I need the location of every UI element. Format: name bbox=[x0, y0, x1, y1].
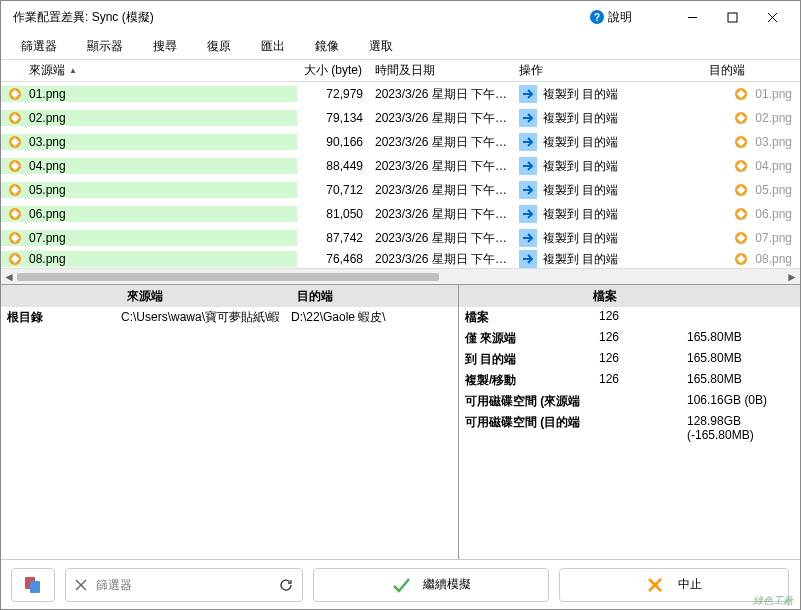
table-row[interactable]: 08.png76,4682023/3/26 星期日 下午複製到 目的端08.pn… bbox=[1, 250, 800, 268]
file-icon bbox=[733, 182, 749, 198]
stat-row: 檔案126 bbox=[459, 307, 800, 328]
table-row[interactable]: 04.png88,4492023/3/26 星期日 下午複製到 目的端04.pn… bbox=[1, 154, 800, 178]
cell-op: 複製到 目的端 bbox=[513, 205, 703, 223]
filter-box[interactable] bbox=[65, 568, 303, 602]
target-filename: 08.png bbox=[755, 252, 792, 266]
filename: 05.png bbox=[29, 183, 66, 197]
stat-row: 到 目的端126165.80MB bbox=[459, 349, 800, 370]
titlebar: 作業配置差異: Sync (模擬) ? 說明 bbox=[1, 1, 800, 33]
stat-key: 可用磁碟空間 (目的端 bbox=[465, 414, 599, 442]
maximize-button[interactable] bbox=[712, 3, 752, 31]
filename: 04.png bbox=[29, 159, 66, 173]
menu-filter[interactable]: 篩選器 bbox=[21, 38, 57, 55]
scroll-left-icon[interactable]: ◄ bbox=[1, 269, 17, 285]
filter-input[interactable] bbox=[96, 578, 270, 592]
cell-op: 複製到 目的端 bbox=[513, 157, 703, 175]
target-filename: 04.png bbox=[755, 159, 792, 173]
table-row[interactable]: 01.png72,9792023/3/26 星期日 下午複製到 目的端01.pn… bbox=[1, 82, 800, 106]
stat-val1: 126 bbox=[599, 372, 687, 389]
target-filename: 06.png bbox=[755, 207, 792, 221]
op-label: 複製到 目的端 bbox=[543, 251, 618, 268]
target-filename: 02.png bbox=[755, 111, 792, 125]
menu-undo[interactable]: 復原 bbox=[207, 38, 231, 55]
table-row[interactable]: 05.png70,7122023/3/26 星期日 下午複製到 目的端05.pn… bbox=[1, 178, 800, 202]
copy-button[interactable] bbox=[11, 568, 55, 602]
cell-target: 03.png bbox=[703, 134, 800, 150]
arrow-right-icon[interactable] bbox=[519, 229, 537, 247]
col-op[interactable]: 操作 bbox=[513, 62, 703, 79]
file-icon bbox=[733, 86, 749, 102]
stat-val2: 165.80MB bbox=[687, 330, 800, 347]
clear-icon[interactable] bbox=[74, 578, 88, 592]
file-table: 來源端▲ 大小 (byte) 時間及日期 操作 目的端 01.png72,979… bbox=[1, 59, 800, 284]
menu-display[interactable]: 顯示器 bbox=[87, 38, 123, 55]
cell-target: 07.png bbox=[703, 230, 800, 246]
cell-op: 複製到 目的端 bbox=[513, 109, 703, 127]
stop-label: 中止 bbox=[678, 576, 702, 593]
stat-val2 bbox=[687, 309, 800, 326]
arrow-right-icon[interactable] bbox=[519, 133, 537, 151]
col-date[interactable]: 時間及日期 bbox=[369, 62, 513, 79]
menu-select[interactable]: 選取 bbox=[369, 38, 393, 55]
stat-row: 僅 來源端126165.80MB bbox=[459, 328, 800, 349]
root-label: 根目錄 bbox=[7, 309, 121, 326]
stat-body: 檔案126僅 來源端126165.80MB到 目的端126165.80MB複製/… bbox=[459, 307, 800, 444]
col-size[interactable]: 大小 (byte) bbox=[297, 62, 369, 79]
table-row[interactable]: 07.png87,7422023/3/26 星期日 下午複製到 目的端07.pn… bbox=[1, 226, 800, 250]
menu-mirror[interactable]: 鏡像 bbox=[315, 38, 339, 55]
stat-val2: 165.80MB bbox=[687, 372, 800, 389]
filename: 01.png bbox=[29, 87, 66, 101]
minimize-button[interactable] bbox=[672, 3, 712, 31]
table-row[interactable]: 06.png81,0502023/3/26 星期日 下午複製到 目的端06.pn… bbox=[1, 202, 800, 226]
cell-size: 76,468 bbox=[297, 252, 369, 266]
stat-val1: 126 bbox=[599, 309, 687, 326]
arrow-right-icon[interactable] bbox=[519, 157, 537, 175]
root-target: D:\22\Gaole 蝦皮\ bbox=[291, 309, 452, 326]
stat-key: 檔案 bbox=[465, 309, 599, 326]
continue-button[interactable]: 繼續模擬 bbox=[313, 568, 549, 602]
cell-date: 2023/3/26 星期日 下午 bbox=[369, 230, 513, 247]
arrow-right-icon[interactable] bbox=[519, 250, 537, 268]
cell-size: 81,050 bbox=[297, 207, 369, 221]
filename: 06.png bbox=[29, 207, 66, 221]
info-right-panel: 檔案 檔案126僅 來源端126165.80MB到 目的端126165.80MB… bbox=[459, 285, 800, 559]
cell-size: 90,166 bbox=[297, 135, 369, 149]
stat-val1 bbox=[599, 393, 687, 410]
stat-row: 可用磁碟空間 (來源端106.16GB (0B) bbox=[459, 391, 800, 412]
scroll-thumb[interactable] bbox=[17, 273, 439, 281]
checkmark-icon bbox=[391, 575, 411, 595]
arrow-right-icon[interactable] bbox=[519, 181, 537, 199]
arrow-right-icon[interactable] bbox=[519, 205, 537, 223]
op-label: 複製到 目的端 bbox=[543, 134, 618, 151]
menu-export[interactable]: 匯出 bbox=[261, 38, 285, 55]
col-target[interactable]: 目的端 bbox=[703, 62, 800, 79]
cell-date: 2023/3/26 星期日 下午 bbox=[369, 158, 513, 175]
file-icon bbox=[733, 110, 749, 126]
stat-row: 複製/移動126165.80MB bbox=[459, 370, 800, 391]
op-label: 複製到 目的端 bbox=[543, 206, 618, 223]
file-icon bbox=[7, 86, 23, 102]
scroll-right-icon[interactable]: ► bbox=[784, 269, 800, 285]
cell-date: 2023/3/26 星期日 下午 bbox=[369, 134, 513, 151]
cell-op: 複製到 目的端 bbox=[513, 250, 703, 268]
stat-val2: 128.98GB (-165.80MB) bbox=[687, 414, 800, 442]
scrollbar-horizontal[interactable]: ◄ ► bbox=[1, 268, 800, 284]
help-link[interactable]: ? 說明 bbox=[590, 9, 632, 26]
svg-rect-1 bbox=[728, 13, 737, 22]
arrow-right-icon[interactable] bbox=[519, 85, 537, 103]
table-row[interactable]: 03.png90,1662023/3/26 星期日 下午複製到 目的端03.pn… bbox=[1, 130, 800, 154]
svg-rect-37 bbox=[30, 581, 40, 593]
scroll-track[interactable] bbox=[17, 271, 784, 283]
arrow-right-icon[interactable] bbox=[519, 109, 537, 127]
cell-size: 79,134 bbox=[297, 111, 369, 125]
window-title: 作業配置差異: Sync (模擬) bbox=[9, 9, 590, 26]
menu-search[interactable]: 搜尋 bbox=[153, 38, 177, 55]
refresh-icon[interactable] bbox=[278, 577, 294, 593]
stat-val1: 126 bbox=[599, 330, 687, 347]
table-body: 01.png72,9792023/3/26 星期日 下午複製到 目的端01.pn… bbox=[1, 82, 800, 268]
menubar: 篩選器 顯示器 搜尋 復原 匯出 鏡像 選取 bbox=[1, 33, 800, 59]
table-row[interactable]: 02.png79,1342023/3/26 星期日 下午複製到 目的端02.pn… bbox=[1, 106, 800, 130]
col-source[interactable]: 來源端▲ bbox=[1, 62, 297, 79]
file-icon bbox=[7, 230, 23, 246]
close-button[interactable] bbox=[752, 3, 792, 31]
